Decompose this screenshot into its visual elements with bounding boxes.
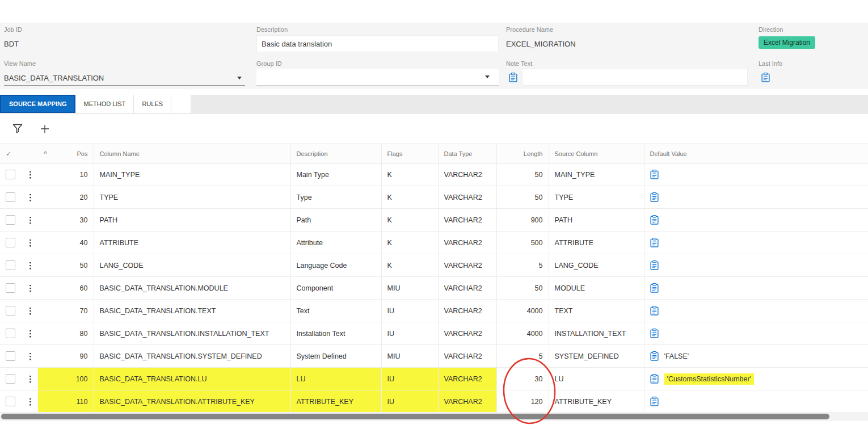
select-all-check-icon[interactable]: ✓: [6, 150, 11, 158]
row-menu-icon[interactable]: ⋮: [26, 397, 35, 406]
group-id-select[interactable]: [256, 69, 499, 86]
cell-default-value: [644, 186, 868, 209]
cell-description: LU: [290, 368, 381, 390]
cell-default-value: [644, 163, 868, 186]
note-icon[interactable]: [650, 260, 659, 270]
note-icon[interactable]: [509, 73, 517, 82]
cell-source-column: TEXT: [549, 300, 644, 322]
row-menu-header: [20, 144, 38, 163]
row-select-cell: [0, 368, 20, 390]
filter-icon[interactable]: [10, 121, 25, 136]
row-menu-cell: ⋮: [20, 254, 38, 277]
cell-pos: 80: [38, 322, 94, 345]
note-icon[interactable]: [650, 170, 659, 179]
row-checkbox[interactable]: [6, 260, 15, 270]
table-row[interactable]: ⋮70BASIC_DATA_TRANSLATION.TEXTTextIUVARC…: [0, 300, 868, 322]
cell-default-value: [644, 254, 868, 277]
row-select-cell: [0, 277, 20, 300]
note-icon[interactable]: [650, 306, 659, 316]
cell-column-name: LANG_CODE: [94, 254, 290, 277]
row-checkbox[interactable]: [6, 238, 15, 247]
row-checkbox[interactable]: [6, 374, 15, 384]
table-row[interactable]: ⋮90BASIC_DATA_TRANSLATION.SYSTEM_DEFINED…: [0, 345, 868, 368]
sort-ascending-icon: ^: [44, 150, 47, 158]
header-default-value[interactable]: Default Value: [644, 144, 868, 163]
note-text-input[interactable]: [522, 69, 748, 86]
row-select-cell: [0, 232, 20, 254]
row-menu-icon[interactable]: ⋮: [26, 306, 35, 316]
header-length[interactable]: Length: [496, 144, 549, 163]
header-pos[interactable]: ^Pos: [38, 144, 94, 163]
header-column-name[interactable]: Column Name: [94, 144, 290, 163]
tab-source-mapping[interactable]: SOURCE MAPPING: [0, 95, 75, 113]
row-select-cell: [0, 345, 20, 368]
row-checkbox[interactable]: [6, 306, 15, 316]
table-header-row: ✓ ^Pos Column Name Description Flags Dat…: [0, 144, 868, 163]
row-menu-icon[interactable]: ⋮: [26, 215, 35, 225]
tab-rules[interactable]: RULES: [134, 95, 171, 113]
view-name-value: BASIC_DATA_TRANSLATION: [4, 74, 104, 82]
row-select-cell: [0, 322, 20, 345]
row-checkbox[interactable]: [6, 170, 15, 179]
row-menu-icon[interactable]: ⋮: [26, 329, 35, 338]
row-checkbox[interactable]: [6, 351, 15, 361]
header-data-type[interactable]: Data Type: [438, 144, 496, 163]
horizontal-scrollbar-track[interactable]: [0, 412, 868, 421]
note-icon[interactable]: [650, 351, 659, 361]
chevron-down-icon: [485, 75, 490, 78]
table-row[interactable]: ⋮60BASIC_DATA_TRANSLATION.MODULEComponen…: [0, 277, 868, 300]
add-icon[interactable]: [37, 121, 52, 136]
tab-method-list[interactable]: METHOD LIST: [75, 95, 134, 113]
note-icon[interactable]: [650, 374, 659, 384]
row-checkbox[interactable]: [6, 329, 15, 338]
table-row[interactable]: ⋮20TYPETypeKVARCHAR250TYPE: [0, 186, 868, 209]
row-select-cell: [0, 209, 20, 232]
note-icon[interactable]: [650, 192, 659, 202]
header-description[interactable]: Description: [290, 144, 381, 163]
table-row[interactable]: ⋮100BASIC_DATA_TRANSLATION.LULUIUVARCHAR…: [0, 368, 868, 390]
cell-data-type: VARCHAR2: [438, 232, 496, 254]
cell-default-value: [644, 277, 868, 300]
cell-pos: 30: [38, 209, 94, 232]
cell-data-type: VARCHAR2: [438, 368, 496, 390]
header-flags[interactable]: Flags: [381, 144, 438, 163]
cell-length: 5: [496, 254, 549, 277]
row-menu-cell: ⋮: [20, 232, 38, 254]
note-icon[interactable]: [650, 397, 659, 406]
procedure-name-value: EXCEL_MIGRATION: [506, 40, 576, 48]
row-menu-icon[interactable]: ⋮: [26, 283, 35, 293]
table-row[interactable]: ⋮50LANG_CODELanguage CodeKVARCHAR25LANG_…: [0, 254, 868, 277]
grid-toolbar: [0, 113, 868, 144]
cell-data-type: VARCHAR2: [438, 254, 496, 277]
row-checkbox[interactable]: [6, 215, 15, 225]
table-row[interactable]: ⋮80BASIC_DATA_TRANSLATION.INSTALLATION_T…: [0, 322, 868, 345]
table-row[interactable]: ⋮110BASIC_DATA_TRANSLATION.ATTRIBUTE_KEY…: [0, 390, 868, 413]
note-icon[interactable]: [650, 329, 659, 338]
row-checkbox[interactable]: [6, 283, 15, 293]
note-icon[interactable]: [650, 283, 659, 293]
cell-source-column: TYPE: [549, 186, 644, 209]
note-icon[interactable]: [650, 215, 659, 225]
row-menu-icon[interactable]: ⋮: [26, 238, 35, 247]
table-row[interactable]: ⋮40ATTRIBUTEAttributeKVARCHAR2500ATTRIBU…: [0, 232, 868, 254]
description-input[interactable]: [256, 35, 499, 52]
row-menu-icon[interactable]: ⋮: [26, 170, 35, 179]
note-icon[interactable]: [650, 238, 659, 247]
row-menu-icon[interactable]: ⋮: [26, 351, 35, 361]
row-checkbox[interactable]: [6, 192, 15, 202]
table-row[interactable]: ⋮30PATHPathKVARCHAR2900PATH: [0, 209, 868, 232]
header-source-column[interactable]: Source Column: [549, 144, 644, 163]
row-menu-icon[interactable]: ⋮: [26, 192, 35, 202]
table-row[interactable]: ⋮10MAIN_TYPEMain TypeKVARCHAR250MAIN_TYP…: [0, 163, 868, 186]
row-menu-cell: ⋮: [20, 277, 38, 300]
horizontal-scrollbar-thumb[interactable]: [1, 414, 829, 419]
row-checkbox[interactable]: [6, 397, 15, 406]
note-icon[interactable]: [761, 73, 770, 82]
row-menu-icon[interactable]: ⋮: [26, 260, 35, 270]
view-name-select[interactable]: BASIC_DATA_TRANSLATION: [4, 71, 245, 86]
cell-default-value: 'CustomsStatisticsNumber': [644, 368, 868, 390]
select-all-cell: ✓: [0, 144, 20, 163]
job-id-value: BDT: [4, 40, 19, 48]
cell-length: 50: [496, 186, 549, 209]
row-menu-icon[interactable]: ⋮: [26, 374, 35, 384]
